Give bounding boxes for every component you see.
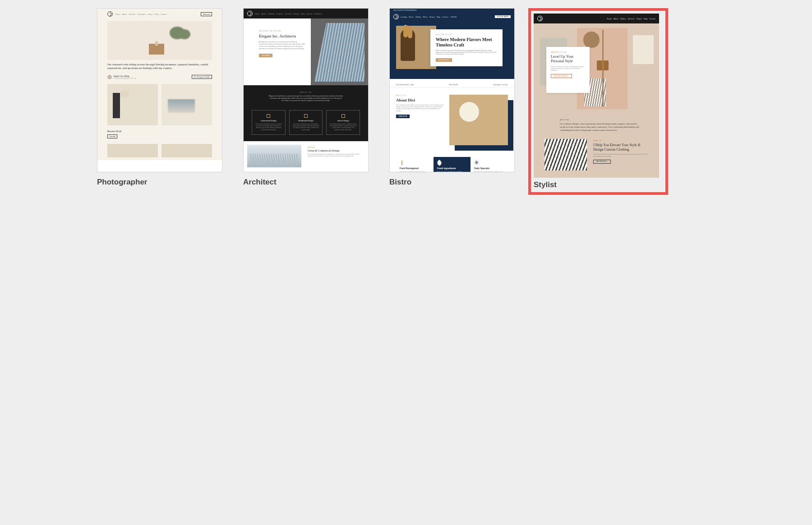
hero-section: FASHION STYLIST Level Up Your Personal S… <box>534 23 659 117</box>
service-card: Residential Design We create residential… <box>289 110 323 135</box>
preview-nav-links: HomeAbout PortfolioCollections Shop ▾Blo… <box>115 13 167 15</box>
section-image <box>544 139 587 170</box>
feature-card: Food Reimagined Our kitchen is guided to… <box>396 157 434 172</box>
author-row: Hello! I'm Olivia Professional Photograp… <box>107 75 212 79</box>
leaf-icon <box>436 160 443 166</box>
service-desc: Our interior design services transform s… <box>329 123 357 131</box>
template-preview: HomeAbout GalleryServices Shop ▾Blog Con… <box>534 14 659 178</box>
hero-title: Elegant Inc. Architects <box>259 34 305 38</box>
template-grid: HomeAbout PortfolioCollections Shop ▾Blo… <box>97 8 715 195</box>
featured-desc: Our commercial design services specializ… <box>308 153 362 157</box>
section-title: I Help You Elevate Your Style & Design C… <box>593 143 648 152</box>
hero-intro: I'm obsessed with telling stories throug… <box>107 63 212 70</box>
info-strip: Open Daily from 8am – 10pm (555) 123-456… <box>390 83 514 88</box>
featured-section: FEATURED Urban & Commercial Design Our c… <box>244 141 368 171</box>
see-all-button: See All <box>107 134 117 138</box>
template-card-bistro[interactable]: (555) 123-4567 FOR RESERVATIONS LandingH… <box>389 8 515 195</box>
feature-desc: Our kitchen is guided to create dishes t… <box>400 171 430 172</box>
preview-nav-links: LandingHome GalleryMenu Shop ▾Blog Conta… <box>401 16 457 18</box>
service-icon <box>267 114 270 118</box>
gallery-image <box>161 84 212 125</box>
hero-card: FASHION STYLIST Level Up Your Personal S… <box>546 47 590 93</box>
book-button: BOOK A TABLE <box>495 15 511 18</box>
profile-button: Go The-pack Profile <box>192 75 212 79</box>
service-title: Commercial Design <box>255 120 282 122</box>
eyebrow: ABOUT DIVI <box>396 95 444 97</box>
hero-text: BUILDING THE FUTURE Elegant Inc. Archite… <box>244 18 311 85</box>
strip-item: Open Daily from 8am – 10pm <box>396 84 414 86</box>
side-image <box>633 35 654 64</box>
template-preview: HomeAbout PortfolioCollections Shop ▾Blo… <box>97 8 222 172</box>
selection-highlight: HomeAbout GalleryServices Shop ▾Blog Con… <box>528 8 668 195</box>
eyebrow: ABOUT ME <box>560 119 641 121</box>
service-icon <box>304 114 308 118</box>
about-image <box>449 95 508 145</box>
star-icon: ✳ <box>474 161 479 165</box>
feature-title: Daily Specials <box>474 167 504 170</box>
eyebrow: ABOUT US <box>259 92 353 93</box>
template-preview: HomeAbout PortfolioProjects ServicesShop… <box>243 8 369 172</box>
feature-title: Food Reimagined <box>400 167 430 170</box>
avatar <box>107 75 112 79</box>
logo-icon <box>537 16 543 21</box>
hero-sub: From the runway to the streets, my appro… <box>551 66 585 72</box>
feature-desc: Something new every day. Our rotating sp… <box>474 171 504 172</box>
what-section: WHAT I DO I Help You Elevate Your Style … <box>534 134 659 170</box>
preview-navbar: HomeAbout PortfolioCollections Shop ▾Blo… <box>107 11 212 17</box>
gallery-image <box>107 144 158 157</box>
service-title: Interior Design <box>329 120 357 122</box>
cta-button: DISCOVER SERVICES → <box>551 74 572 78</box>
template-card-stylist[interactable]: HomeAbout GalleryServices Shop ▾Blog Con… <box>535 8 661 195</box>
image-row <box>107 144 212 157</box>
about-section: ABOUT DIVI About Divi Your content goes … <box>390 88 514 152</box>
template-card-photographer[interactable]: HomeAbout PortfolioCollections Shop ▾Blo… <box>97 8 222 195</box>
about-text: I'm a fashion designer who is passionate… <box>560 123 641 132</box>
logo-icon <box>393 14 399 19</box>
about-title: About Divi <box>396 98 444 102</box>
featured-image <box>247 145 301 167</box>
service-desc: We create residential spaces that balanc… <box>292 123 320 131</box>
eyebrow: WHAT I DO <box>593 140 648 142</box>
service-desc: Our commercial design services are tailo… <box>255 123 282 131</box>
feature-title: Fresh Ingredients <box>437 167 467 170</box>
services-row: Commercial Design Our commercial design … <box>244 110 368 141</box>
preview-navbar: LandingHome GalleryMenu Shop ▾Blog Conta… <box>390 12 514 21</box>
hero-card: WELCOME TO DIVI Where Modern Flavors Mee… <box>430 29 503 66</box>
about-text: Elegant Inc. Architects is a premier des… <box>268 95 343 102</box>
strip-item: (555) 123-4567 <box>449 84 458 86</box>
hero-image <box>107 21 212 60</box>
eyebrow: WELCOME TO DIVI <box>436 34 497 36</box>
nav-button: Remond <box>201 12 212 16</box>
feature-card: ✳ Daily Specials Something new every day… <box>471 157 508 172</box>
topbar: (555) 123-4567 FOR RESERVATIONS <box>390 9 514 12</box>
logo-icon <box>107 11 113 17</box>
features-row: Food Reimagined Our kitchen is guided to… <box>396 157 508 172</box>
feature-desc: Every dish starts with the finest ingred… <box>437 171 467 172</box>
logo-icon <box>247 11 253 16</box>
image-row <box>107 84 212 125</box>
author-sub: Professional Photographer in NY, CA <box>114 78 136 79</box>
fork-icon <box>400 161 404 165</box>
template-gallery: HomeAbout PortfolioCollections Shop ▾Blo… <box>97 0 715 213</box>
hero-title: Level Up Your Personal Style <box>551 55 585 64</box>
service-icon <box>341 114 345 118</box>
template-card-architect[interactable]: HomeAbout PortfolioProjects ServicesShop… <box>243 8 369 195</box>
recent-heading: Recent Work <box>107 130 212 133</box>
feature-card: Fresh Ingredients Every dish starts with… <box>434 157 471 172</box>
gallery-image <box>161 144 212 157</box>
hero-sub: At Elegant Inc. Architects, we are dedic… <box>259 41 305 50</box>
about-text: Your content goes here. Edit or remove t… <box>396 104 444 112</box>
hero-image <box>311 18 368 85</box>
template-preview: (555) 123-4567 FOR RESERVATIONS LandingH… <box>389 8 515 172</box>
template-caption: Photographer <box>97 178 222 187</box>
preview-nav-links: HomeAbout GalleryServices Shop ▾Blog Con… <box>607 18 655 20</box>
hero-sub: At Divi, we believe every meal should te… <box>436 50 497 55</box>
about-section: ABOUT ME I'm a fashion designer who is p… <box>534 117 659 134</box>
eyebrow: BUILDING THE FUTURE <box>259 30 305 32</box>
template-caption: Bistro <box>389 178 515 187</box>
service-card: Interior Design Our interior design serv… <box>326 110 360 135</box>
hero-title: Where Modern Flavors Meet Timeless Craft <box>436 37 497 47</box>
cta-button: Learn More <box>259 54 272 57</box>
service-card: Commercial Design Our commercial design … <box>252 110 286 135</box>
template-caption: Architect <box>243 178 369 187</box>
